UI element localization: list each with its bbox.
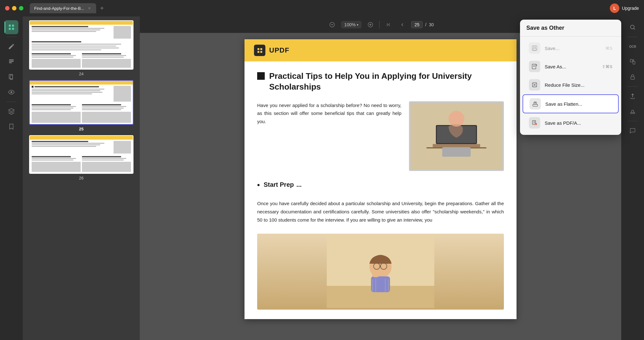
convert-button[interactable]: [626, 55, 640, 69]
page-number-25: 25: [79, 127, 84, 131]
svg-point-20: [449, 111, 464, 127]
updf-logo-text: UPDF: [269, 46, 289, 54]
pdf-bottom-image-container: [257, 234, 504, 310]
pdf-content: Practical Tips to Help You in Applying f…: [245, 61, 517, 319]
thumbnail-page-26[interactable]: 26: [27, 135, 136, 180]
pdf-section-title-row: Practical Tips to Help You in Applying f…: [257, 71, 504, 92]
sidebar-divider-2: [6, 102, 16, 102]
zoom-in-button[interactable]: [365, 20, 375, 30]
updf-logo-icon: [254, 45, 265, 56]
svg-rect-42: [533, 48, 536, 50]
upgrade-button[interactable]: L Upgrade: [610, 3, 639, 13]
close-button[interactable]: [5, 6, 9, 10]
chevron-down-icon: ▾: [357, 23, 358, 27]
right-sidebar: OCR: [621, 16, 644, 340]
maximize-button[interactable]: [19, 6, 23, 10]
prev-page-icon: [399, 22, 405, 28]
page-number-26: 26: [79, 176, 84, 180]
lock-button[interactable]: [626, 70, 640, 84]
stamp-button[interactable]: [626, 104, 640, 118]
pdf-body-paragraph: Have you never applied for a scholarship…: [257, 101, 401, 171]
reduce-label: Reduce File Size...: [545, 82, 608, 88]
sidebar-item-bookmarks[interactable]: [4, 120, 18, 134]
annotations-icon: [8, 58, 15, 65]
lock-icon: [629, 74, 636, 80]
sidebar-item-layers[interactable]: [4, 104, 18, 118]
pdf-body-text-bottom: Once you have carefully decided about a …: [257, 199, 504, 224]
save-floppy-icon: [529, 42, 540, 54]
pdf-bullet-title: • Start Prep...: [257, 180, 504, 189]
tab-close-button[interactable]: ✕: [87, 6, 92, 11]
sidebar-item-annotations[interactable]: [4, 55, 18, 69]
pdf-page: UPDF Practical Tips to Help You in Apply…: [245, 39, 517, 319]
sidebar-item-thumbnails[interactable]: [4, 20, 18, 34]
save-menu-item-save-as[interactable]: Save As... ⇧⌘S: [523, 58, 619, 75]
share-button[interactable]: [626, 89, 640, 103]
pdf-bottom-row: Once you have carefully decided about a …: [257, 199, 504, 224]
bookmark-icon: [8, 123, 15, 130]
minimize-button[interactable]: [12, 6, 16, 10]
new-tab-button[interactable]: +: [97, 4, 106, 13]
svg-rect-47: [533, 104, 538, 106]
sidebar-item-pages[interactable]: [4, 70, 18, 84]
chat-icon: [629, 128, 636, 134]
svg-rect-38: [631, 77, 635, 79]
page-total: 30: [429, 22, 434, 27]
save-menu-item-reduce[interactable]: Reduce File Size...: [523, 76, 619, 94]
sidebar-item-pen[interactable]: [4, 40, 18, 54]
thumbnail-page-25[interactable]: 25: [27, 80, 136, 131]
flatten-label: Save as Flatten...: [545, 101, 607, 107]
reduce-size-icon: [529, 79, 540, 91]
save-menu-item-pdfa[interactable]: A Save as PDF/A...: [523, 114, 619, 132]
thumb-header-24: [30, 21, 133, 25]
zoom-out-button[interactable]: [327, 20, 337, 30]
svg-rect-4: [9, 60, 14, 60]
first-page-button[interactable]: [383, 20, 393, 30]
save-label: Save...: [545, 46, 601, 51]
sidebar-item-view[interactable]: [4, 85, 18, 99]
svg-rect-5: [9, 61, 14, 62]
pdf-image-right: [409, 101, 504, 171]
page-number-24: 24: [79, 72, 84, 76]
ocr-button[interactable]: OCR: [626, 40, 640, 54]
thumbnails-icon: [8, 24, 15, 31]
pdf-body-row: Have you never applied for a scholarship…: [257, 101, 504, 171]
svg-point-34: [630, 25, 634, 29]
pen-icon: [8, 43, 15, 50]
stamp-icon: [629, 108, 636, 115]
active-tab[interactable]: Find-and-Apply-For-the-B... ✕: [30, 3, 96, 13]
save-shortcut: ⌘S: [605, 46, 612, 51]
save-as-shortcut: ⇧⌘S: [602, 64, 612, 69]
svg-point-29: [372, 272, 380, 277]
thumb-body-24: [30, 25, 133, 69]
pdf-bottom-image: [257, 234, 504, 310]
minus-icon: [329, 22, 335, 28]
page-navigation: / 30: [411, 21, 434, 28]
chat-button[interactable]: [626, 124, 640, 138]
search-button[interactable]: [626, 20, 640, 34]
prev-page-button[interactable]: [397, 20, 407, 30]
laptop-person-illustration: [411, 103, 502, 169]
zoom-display[interactable]: 100% ▾: [341, 21, 362, 28]
page-input[interactable]: [411, 21, 423, 28]
thumb-body-26: [30, 140, 133, 173]
avatar: L: [610, 3, 619, 13]
share-icon: [629, 93, 636, 99]
save-menu-item-save[interactable]: Save... ⌘S: [523, 39, 619, 57]
layers-icon: [8, 108, 15, 115]
title-square-icon: [257, 72, 265, 80]
svg-rect-0: [9, 25, 11, 27]
svg-rect-41: [534, 46, 536, 48]
save-as-other-dropdown: Save as Other Save... ⌘S Save As... ⇧⌘S: [520, 20, 621, 135]
pdf-header: UPDF: [245, 39, 517, 61]
first-page-icon: [386, 22, 391, 28]
thinking-person-illustration: [327, 235, 434, 308]
pdf-main-title: Practical Tips to Help You in Applying f…: [269, 71, 504, 92]
svg-rect-36: [630, 60, 633, 62]
thumbnail-page-24[interactable]: 24: [27, 20, 136, 76]
save-menu-item-flatten[interactable]: Save as Flatten...: [523, 94, 619, 113]
svg-rect-37: [633, 61, 635, 64]
pages-icon: [8, 73, 15, 80]
svg-rect-3: [12, 28, 14, 30]
convert-icon: [629, 59, 636, 65]
